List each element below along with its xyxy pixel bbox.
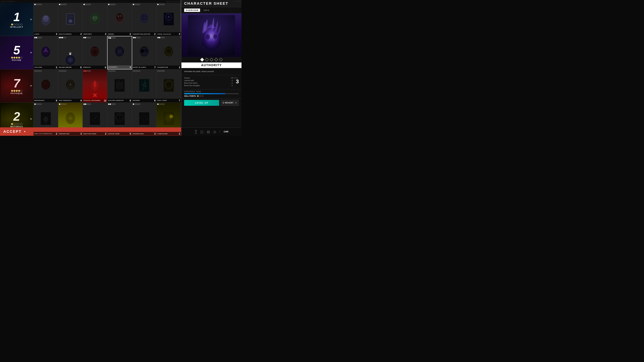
endurance-diamonds (34, 70, 42, 71)
dot-2 (13, 56, 16, 59)
bottom-nav-grid[interactable]: ⊞ ⊟ (195, 129, 197, 134)
items-value: -1 (231, 82, 232, 84)
skill-physical-instrument[interactable]: PHYSICAL INSTRUMENT 12 (83, 69, 107, 103)
stat-learned-row: Learned skill: 0 (184, 80, 232, 81)
volition-value: 3 (56, 66, 57, 69)
skill-esprit-de-corps[interactable]: ESPRIT DE CORPS 7 (132, 36, 157, 69)
skill-encyclopedia[interactable]: ENCYCLOPEDIA 2 (58, 3, 83, 36)
empathy-art (89, 45, 100, 60)
svg-point-74 (143, 117, 146, 119)
physique-add-button[interactable]: + (30, 84, 32, 88)
half-light-art (163, 78, 174, 93)
visual-calculus-diamonds (157, 4, 164, 5)
authority-name: AUTHORITY (108, 66, 118, 68)
pain-threshold-bottom: PAIN THRESHOLD 9 (58, 99, 83, 102)
encyclopedia-diamonds (59, 4, 66, 5)
skill-empathy[interactable]: EMPATHY 6 (82, 36, 107, 69)
accept-arrow-icon: ▼ (24, 130, 26, 133)
portrait-diamond-3 (210, 58, 214, 62)
authority-art (114, 45, 126, 60)
bottom-nav-inventory[interactable]: ◫ (200, 130, 204, 134)
svg-point-71 (120, 116, 122, 118)
hand-eye-diamonds (34, 104, 42, 105)
skill-pain-threshold[interactable]: PAIN THRESHOLD 9 (58, 69, 83, 103)
encyclopedia-bottom: ENCYCLOPEDIA 2 (58, 32, 83, 36)
esprit-bg (132, 36, 156, 69)
motorics-add-button[interactable]: + (30, 117, 32, 121)
attribute-physique[interactable]: 7 PHYSIQUE + (0, 69, 34, 103)
shivers-name: SHIVERS (133, 100, 140, 101)
skill-rhetoric[interactable]: RHETORIC 2 (83, 3, 107, 36)
visual-calculus-bg (156, 3, 181, 36)
hand-eye-value: 2 (56, 132, 57, 135)
psyche-add-button[interactable]: + (30, 51, 32, 54)
visual-calculus-value: 3 (179, 33, 180, 35)
rhetoric-bottom: RHETORIC 2 (83, 32, 107, 36)
attribute-intellect[interactable]: 1 INTELLECT + (0, 3, 34, 36)
perception-diamonds (59, 104, 66, 105)
composure-diamonds (157, 104, 164, 105)
suggestion-art (163, 45, 174, 60)
hand-eye-art (40, 111, 52, 126)
reaction-speed-name: REACTION SPEED (84, 133, 96, 134)
shivers-art (138, 78, 150, 93)
portrait-image (182, 13, 242, 57)
empathy-name: EMPATHY (83, 66, 91, 68)
electro-chemistry-art (114, 78, 126, 93)
skill-suggestion[interactable]: SUGGESTION 3 (157, 36, 181, 69)
accept-text: ACCEPT (3, 129, 22, 134)
character-sheet-title: CHARACTER SHEET (184, 1, 239, 6)
skill-electro-chemistry[interactable]: ELECTRO-CHEMISTRY 8 (107, 69, 132, 103)
selected-skill-name: AUTHORITY (184, 63, 239, 67)
revert-label: REVERT (225, 102, 234, 104)
conceptualization-bottom: CONCEPTUALIZATION 2 (132, 32, 156, 36)
suggestion-bottom: SUGGESTION 3 (157, 65, 181, 69)
bottom-nav-compass[interactable]: ◎ (213, 130, 216, 134)
portrait-diamond-5 (219, 58, 223, 62)
skill-authority[interactable]: AUTHORITY 3 (107, 36, 132, 69)
svg-point-11 (93, 17, 94, 18)
conceptualization-bg (132, 3, 156, 36)
psyche-stat-value: +5 (231, 77, 232, 79)
encyclopedia-art (64, 12, 76, 27)
bottom-nav-chr[interactable]: CHR (224, 130, 228, 133)
skill-half-light[interactable]: HALF LIGHT 7 (156, 69, 181, 103)
stat-items-row: Bonus from items: -1 (184, 82, 232, 84)
nav-overview[interactable]: OVERVIEW (184, 8, 200, 12)
reaction-speed-art (89, 111, 101, 126)
perception-name: PERCEPTION (59, 133, 70, 135)
scrollbar-track[interactable] (180, 0, 181, 127)
savoir-faire-value: 5 (130, 132, 131, 135)
skill-conceptualization[interactable]: CONCEPTUALIZATION 2 (132, 3, 157, 36)
bottom-nav-journal[interactable]: ▤ (207, 130, 210, 134)
revert-button[interactable]: REVERT X (220, 100, 239, 106)
intellect-add-button[interactable]: + (30, 17, 32, 21)
skill-logic[interactable]: LOGIC 3 (34, 3, 58, 36)
dot-3 (16, 56, 18, 59)
skill-volition[interactable]: VOLITION 3 (34, 36, 58, 69)
svg-point-84 (208, 41, 214, 44)
attribute-psyche[interactable]: 5 PSYCHE + (0, 36, 34, 69)
endurance-bottom: ENDURANCE 8 (34, 99, 58, 102)
field-playback-right: FIELD PLAYBACK (166, 1, 180, 2)
skill-shivers[interactable]: SHIVERS 8 (132, 69, 157, 103)
drama-value: 2 (130, 33, 131, 35)
level-up-button[interactable]: LEVEL UP (184, 100, 219, 106)
skill-inland-empire[interactable]: ♛ INLAND EMPIRE (58, 36, 82, 69)
field-header: FIELD PLAYBACK FIELD PLAYBACK (0, 0, 181, 3)
intellect-skill-row: LOGIC 3 (34, 3, 181, 36)
svg-rect-41 (44, 85, 48, 86)
suggestion-bg (157, 36, 181, 69)
svg-point-67 (94, 118, 95, 118)
pain-threshold-name: PAIN THRESHOLD (59, 100, 72, 101)
rhetoric-value: 2 (105, 33, 106, 35)
shivers-bg (132, 69, 156, 102)
nav-info[interactable]: INFO (202, 8, 211, 12)
endurance-art (40, 78, 52, 93)
skill-drama[interactable]: DRAMA 2 (107, 3, 132, 36)
encyclopedia-bg (58, 3, 83, 36)
skill-visual-calculus[interactable]: VISUAL CALCULUS 3 (156, 3, 181, 36)
panel-nav: OVERVIEW / INFO (182, 7, 242, 13)
conceptualization-name: CONCEPTUALIZATION (133, 33, 150, 35)
skill-endurance[interactable]: ENDURANCE 8 (34, 69, 58, 103)
